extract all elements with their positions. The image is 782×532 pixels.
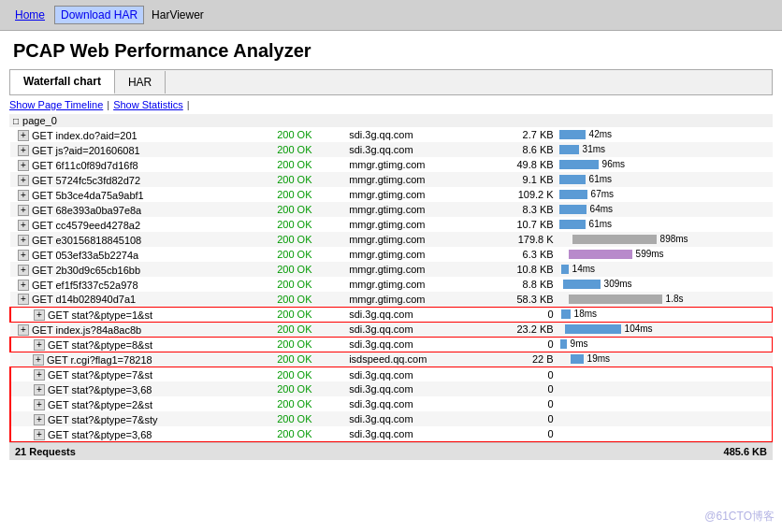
show-statistics-link[interactable]: Show Statistics (113, 99, 183, 110)
waterfall-bar-container: 42ms (559, 129, 770, 140)
request-size: 6.3 KB (490, 247, 557, 262)
table-row[interactable]: +GET stat?&ptype=8&st200 OKsdi.3g.qq.com… (10, 337, 773, 352)
request-waterfall (557, 381, 773, 396)
row-expand-btn[interactable]: + (18, 235, 29, 246)
request-method: +GET 2b30d9c65cb16bb (10, 262, 274, 277)
table-row[interactable]: +GET 2b30d9c65cb16bb200 OKmmgr.gtimg.com… (10, 262, 773, 277)
table-row[interactable]: +GET stat?&ptype=7&st200 OKsdi.3g.qq.com… (10, 367, 773, 381)
request-waterfall: 104ms (557, 322, 773, 337)
table-row[interactable]: +GET stat?&ptype=3,68200 OKsdi.3g.qq.com… (10, 381, 773, 396)
request-size: 0 (490, 381, 557, 396)
request-size: 8.3 KB (490, 202, 557, 217)
row-expand-btn[interactable]: + (18, 175, 29, 186)
show-timeline-link[interactable]: Show Page Timeline (9, 99, 103, 110)
waterfall-label: 67ms (591, 189, 614, 200)
request-url: GET d14b028940d7a1 (32, 294, 136, 305)
page-group-expand[interactable]: □ (13, 116, 19, 126)
row-expand-btn[interactable]: + (18, 130, 29, 141)
table-row[interactable]: +GET stat?&ptype=3,68200 OKsdi.3g.qq.com… (10, 426, 773, 441)
request-size: 0 (490, 411, 557, 426)
request-url: GET 6f11c0f89d7d16f8 (32, 160, 138, 171)
request-waterfall: 599ms (557, 247, 773, 262)
request-host: sdi.3g.qq.com (346, 142, 490, 157)
request-host: sdi.3g.qq.com (346, 307, 490, 322)
table-row[interactable]: +GET r.cgi?flag1=78218200 OKisdspeed.qq.… (10, 352, 773, 367)
request-method: +GET 053ef33a5b2274a (10, 247, 274, 262)
request-method: +GET e30156818845108 (10, 232, 274, 247)
page-group-label: page_0 (22, 115, 57, 126)
table-row[interactable]: +GET e30156818845108200 OKmmgr.gtimg.com… (10, 232, 773, 247)
table-row[interactable]: +GET stat?&ptype=2&st200 OKsdi.3g.qq.com… (10, 396, 773, 411)
request-waterfall (557, 396, 773, 411)
request-status: 200 OK (274, 127, 346, 142)
request-host: sdi.3g.qq.com (346, 381, 490, 396)
waterfall-bar-container: 1.8s (559, 294, 770, 305)
row-expand-btn[interactable]: + (34, 369, 45, 381)
table-row[interactable]: +GET stat?&ptype=7&sty200 OKsdi.3g.qq.co… (10, 411, 773, 426)
request-status: 200 OK (274, 142, 346, 157)
row-expand-btn[interactable]: + (18, 145, 29, 156)
row-expand-btn[interactable]: + (18, 265, 29, 276)
request-host: mmgr.gtimg.com (346, 232, 490, 247)
request-host: mmgr.gtimg.com (346, 172, 490, 187)
table-row[interactable]: +GET 5724fc5c3fd82d72200 OKmmgr.gtimg.co… (10, 172, 773, 187)
request-status: 200 OK (274, 337, 346, 352)
table-row[interactable]: +GET d14b028940d7a1200 OKmmgr.gtimg.com5… (10, 292, 773, 307)
table-row[interactable]: +GET index.do?aid=201200 OKsdi.3g.qq.com… (10, 127, 773, 142)
request-url: GET 5b3ce4da75a9abf1 (32, 190, 144, 201)
waterfall-bar-container: 31ms (559, 144, 770, 155)
request-waterfall: 64ms (557, 202, 773, 217)
row-expand-btn[interactable]: + (18, 160, 29, 171)
table-row[interactable]: +GET ef1f5f337c52a978200 OKmmgr.gtimg.co… (10, 277, 773, 292)
row-expand-btn[interactable]: + (34, 429, 45, 440)
request-status: 200 OK (274, 277, 346, 292)
row-expand-btn[interactable]: + (34, 339, 45, 351)
row-expand-btn[interactable]: + (18, 220, 29, 231)
requests-table: +GET index.do?aid=201200 OKsdi.3g.qq.com… (9, 127, 773, 442)
request-waterfall: 309ms (557, 277, 773, 292)
request-status: 200 OK (274, 396, 346, 411)
request-host: mmgr.gtimg.com (346, 262, 490, 277)
row-expand-btn[interactable]: + (18, 250, 29, 261)
table-row[interactable]: +GET index.js?84a8ac8b200 OKsdi.3g.qq.co… (10, 322, 773, 337)
row-expand-btn[interactable]: + (18, 190, 29, 201)
request-size: 9.1 KB (490, 172, 557, 187)
table-row[interactable]: +GET cc4579eed4278a2200 OKmmgr.gtimg.com… (10, 217, 773, 232)
download-har-link[interactable]: Download HAR (54, 6, 144, 24)
request-size: 10.7 KB (490, 217, 557, 232)
waterfall-bar-container: 898ms (559, 234, 770, 245)
tab-waterfall[interactable]: Waterfall chart (10, 70, 115, 94)
row-expand-btn[interactable]: + (18, 280, 29, 291)
table-row[interactable]: +GET stat?&ptype=1&st200 OKsdi.3g.qq.com… (10, 307, 773, 322)
table-row[interactable]: +GET 5b3ce4da75a9abf1200 OKmmgr.gtimg.co… (10, 187, 773, 202)
waterfall-bar (569, 295, 662, 304)
table-row[interactable]: +GET 6f11c0f89d7d16f8200 OKmmgr.gtimg.co… (10, 157, 773, 172)
request-host: sdi.3g.qq.com (346, 411, 490, 426)
top-nav: Home Download HAR HarViewer (0, 0, 782, 31)
table-row[interactable]: +GET js?aid=201606081200 OKsdi.3g.qq.com… (10, 142, 773, 157)
request-size: 23.2 KB (490, 322, 557, 337)
row-expand-btn[interactable]: + (34, 399, 45, 410)
request-method: +GET 68e393a0ba97e8a (10, 202, 274, 217)
table-row[interactable]: +GET 053ef33a5b2274a200 OKmmgr.gtimg.com… (10, 247, 773, 262)
footer-row: 21 Requests 485.6 KB (9, 442, 773, 460)
row-expand-btn[interactable]: + (33, 354, 44, 366)
row-expand-btn[interactable]: + (18, 294, 29, 305)
tab-har[interactable]: HAR (115, 71, 166, 93)
waterfall-bar (559, 130, 586, 139)
request-status: 200 OK (274, 292, 346, 307)
waterfall-label: 898ms (660, 234, 688, 245)
row-expand-btn[interactable]: + (18, 324, 29, 336)
table-row[interactable]: +GET 68e393a0ba97e8a200 OKmmgr.gtimg.com… (10, 202, 773, 217)
page-title: PCAP Web Performance Analyzer (0, 31, 782, 69)
request-status: 200 OK (274, 262, 346, 277)
waterfall-bar-container: 599ms (559, 249, 770, 260)
row-expand-btn[interactable]: + (34, 414, 45, 425)
waterfall-bar (559, 160, 599, 169)
row-expand-btn[interactable]: + (18, 205, 29, 216)
request-waterfall: 96ms (557, 157, 773, 172)
row-expand-btn[interactable]: + (34, 309, 45, 321)
home-link[interactable]: Home (9, 7, 51, 23)
request-host: mmgr.gtimg.com (346, 292, 490, 307)
row-expand-btn[interactable]: + (34, 384, 45, 395)
